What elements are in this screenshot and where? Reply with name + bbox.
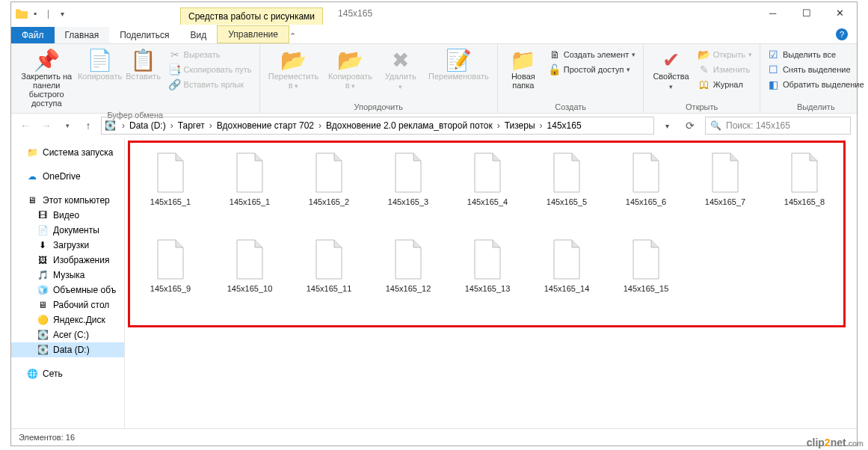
breadcrumb[interactable]: 💽 › Data (D:)› Таргет› Вдохновение старт… xyxy=(101,117,654,135)
tab-share[interactable]: Поделиться xyxy=(109,27,179,43)
breadcrumb-seg[interactable]: Вдохновение 2.0 реклама_второй поток xyxy=(324,120,494,131)
nav-up-button[interactable]: ↑ xyxy=(80,117,96,134)
rename-button[interactable]: 📝 Переименовать xyxy=(426,46,491,101)
file-icon xyxy=(313,152,345,193)
content-area[interactable]: 145x165_1145x165_1145x165_2145x165_3145x… xyxy=(125,138,857,428)
breadcrumb-seg[interactable]: 145х165 xyxy=(546,120,583,131)
file-item[interactable]: 145x165_13 xyxy=(448,232,527,318)
file-item[interactable]: 145x165_14 xyxy=(527,232,606,318)
quick-access-save-icon[interactable]: ▪ xyxy=(29,7,41,19)
file-icon xyxy=(155,152,186,193)
ribbon-group-new: 📁 Новая папка 🗎Создать элемент 🔓Простой … xyxy=(498,44,644,113)
file-item[interactable]: 145x165_6 xyxy=(606,145,686,232)
moveto-label: Переместить в xyxy=(268,72,318,90)
search-input[interactable]: 🔍 Поиск: 145x165 xyxy=(705,117,851,135)
file-name: 145x165_1 xyxy=(230,197,270,206)
delete-button[interactable]: ✖ Удалить xyxy=(379,46,421,101)
tab-view[interactable]: Вид xyxy=(179,27,217,43)
properties-button[interactable]: ✔ Свойства xyxy=(650,46,692,101)
tree-item[interactable]: 🧊Объемные объ xyxy=(11,283,124,298)
select-all-button[interactable]: ☑Выделить все xyxy=(766,48,866,61)
file-item[interactable]: 145x165_4 xyxy=(448,145,527,232)
easy-access-button[interactable]: 🔓Простой доступ xyxy=(547,63,638,76)
invert-selection-button[interactable]: ◧Обратить выделение xyxy=(766,78,866,91)
file-item[interactable]: 145x165_10 xyxy=(210,232,289,318)
pin-to-quickaccess-button[interactable]: 📌 Закрепить на панели быстрого доступа xyxy=(17,46,76,109)
file-item[interactable]: 145x165_11 xyxy=(289,232,369,318)
new-item-button[interactable]: 🗎Создать элемент xyxy=(547,48,638,61)
copy-button[interactable]: 📄 Копировать xyxy=(81,46,120,109)
file-item[interactable]: 145x165_2 xyxy=(289,145,369,232)
file-item[interactable]: 145x165_7 xyxy=(686,145,765,232)
quick-access-dropdown-icon[interactable]: │ xyxy=(43,7,55,19)
nav-recent-dropdown[interactable]: ▾ xyxy=(59,117,76,134)
file-item[interactable]: 145x165_5 xyxy=(527,145,606,232)
tree-item[interactable]: 📁Система запуска xyxy=(11,145,124,160)
scissors-icon: ✂ xyxy=(169,49,181,61)
history-label: Журнал xyxy=(713,80,743,89)
tree-item[interactable]: 🖥Рабочий стол xyxy=(11,298,124,312)
newitem-label: Создать элемент xyxy=(564,50,630,59)
copy-to-button[interactable]: 📂 Копировать в xyxy=(326,46,375,101)
new-folder-button[interactable]: 📁 Новая папка xyxy=(504,46,543,101)
tree-item[interactable]: ⬇Загрузки xyxy=(11,238,124,253)
tree-item[interactable]: 💽Data (D:) xyxy=(11,342,124,357)
file-name: 145x165_6 xyxy=(626,197,666,206)
breadcrumb-seg[interactable]: Вдохновение старт 702 xyxy=(215,120,316,131)
tree-item[interactable]: ☁OneDrive xyxy=(11,169,124,184)
file-name: 145x165_13 xyxy=(465,284,511,293)
breadcrumb-dropdown[interactable]: ▾ xyxy=(659,117,675,134)
tree-label: Объемные объ xyxy=(53,285,116,295)
file-item[interactable]: 145x165_12 xyxy=(369,232,448,318)
file-icon xyxy=(789,152,820,193)
tree-item[interactable]: 🎵Музыка xyxy=(11,268,124,283)
move-to-button[interactable]: 📂 Переместить в xyxy=(266,46,321,101)
tab-file[interactable]: Файл xyxy=(11,27,55,43)
tree-item[interactable]: 🎞Видео xyxy=(11,208,124,223)
copy-path-button[interactable]: 📑Скопировать путь xyxy=(167,63,253,76)
folder-icon xyxy=(16,7,28,19)
history-button[interactable]: 🕮Журнал xyxy=(697,78,754,91)
file-item[interactable]: 145x165_1 xyxy=(131,145,210,232)
search-icon: 🔍 xyxy=(710,120,721,131)
tree-item[interactable]: 🖥Этот компьютер xyxy=(11,193,124,208)
select-none-button[interactable]: ☐Снять выделение xyxy=(766,63,866,76)
copyto-icon: 📂 xyxy=(337,48,363,72)
selectall-label: Выделить все xyxy=(783,50,836,59)
minimize-button[interactable]: ─ xyxy=(756,2,789,24)
file-icon xyxy=(234,152,265,193)
file-item[interactable]: 145x165_8 xyxy=(765,145,844,232)
breadcrumb-seg[interactable]: Тизеры xyxy=(503,120,537,131)
tree-item[interactable]: 💽Acer (C:) xyxy=(11,327,124,342)
tree-item[interactable]: 🌐Сеть xyxy=(11,366,124,381)
edit-button[interactable]: ✎Изменить xyxy=(697,63,754,76)
breadcrumb-seg[interactable]: Таргет xyxy=(176,120,206,131)
quick-access-menu-icon[interactable]: ▾ xyxy=(56,7,68,19)
file-item[interactable]: 145x165_15 xyxy=(606,232,686,318)
file-item[interactable]: 145x165_1 xyxy=(210,145,289,232)
paste-shortcut-button[interactable]: 🔗Вставить ярлык xyxy=(167,78,253,91)
help-icon[interactable]: ? xyxy=(836,28,848,40)
refresh-button[interactable]: ⟳ xyxy=(680,117,701,135)
cut-button[interactable]: ✂Вырезать xyxy=(167,48,253,61)
breadcrumb-seg[interactable]: Data (D:) xyxy=(128,120,167,131)
tree-item[interactable]: 🖼Изображения xyxy=(11,253,124,268)
tree-item[interactable]: 🟡Яндекс.Диск xyxy=(11,312,124,327)
file-item[interactable]: 145x165_3 xyxy=(369,145,448,232)
paste-button[interactable]: 📋 Вставить xyxy=(124,46,163,109)
nav-back-button[interactable]: ← xyxy=(17,117,34,134)
close-button[interactable]: ✕ xyxy=(823,2,857,24)
file-item[interactable]: 145x165_9 xyxy=(131,232,210,318)
nav-tree[interactable]: 📁Система запуска☁OneDrive🖥Этот компьютер… xyxy=(11,138,125,428)
ribbon-collapse-icon[interactable]: ⌃ xyxy=(289,31,296,41)
tab-manage[interactable]: Управление xyxy=(217,25,289,43)
maximize-button[interactable]: ☐ xyxy=(789,2,823,24)
tree-item[interactable]: 📄Документы xyxy=(11,223,124,238)
history-icon: 🕮 xyxy=(698,78,710,90)
nav-forward-button[interactable]: → xyxy=(38,117,55,134)
newfolder-icon: 📁 xyxy=(510,48,536,72)
tab-home[interactable]: Главная xyxy=(55,27,110,43)
address-bar: ← → ▾ ↑ 💽 › Data (D:)› Таргет› Вдохновен… xyxy=(11,114,857,138)
delete-label: Удалить xyxy=(382,72,418,91)
open-button[interactable]: 📂Открыть xyxy=(697,48,754,61)
